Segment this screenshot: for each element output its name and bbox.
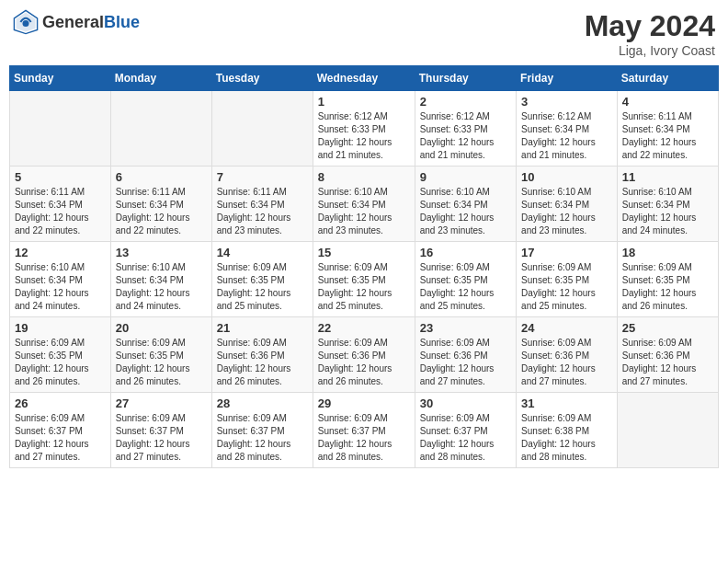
- table-row: 14Sunrise: 6:09 AM Sunset: 6:35 PM Dayli…: [211, 242, 313, 317]
- day-info: Sunrise: 6:09 AM Sunset: 6:37 PM Dayligh…: [15, 412, 106, 464]
- col-wednesday: Wednesday: [313, 66, 415, 91]
- table-row: 12Sunrise: 6:10 AM Sunset: 6:34 PM Dayli…: [10, 242, 111, 317]
- day-number: 19: [15, 321, 106, 335]
- table-row: 28Sunrise: 6:09 AM Sunset: 6:37 PM Dayli…: [211, 393, 313, 468]
- day-info: Sunrise: 6:11 AM Sunset: 6:34 PM Dayligh…: [15, 186, 106, 237]
- day-info: Sunrise: 6:10 AM Sunset: 6:34 PM Dayligh…: [318, 186, 410, 237]
- day-number: 29: [318, 396, 410, 410]
- day-number: 11: [622, 170, 713, 184]
- day-number: 5: [15, 170, 106, 184]
- table-row: 6Sunrise: 6:11 AM Sunset: 6:34 PM Daylig…: [110, 167, 211, 242]
- col-saturday: Saturday: [617, 66, 718, 91]
- day-info: Sunrise: 6:11 AM Sunset: 6:34 PM Dayligh…: [622, 110, 713, 162]
- day-info: Sunrise: 6:10 AM Sunset: 6:34 PM Dayligh…: [622, 186, 713, 237]
- table-row: 8Sunrise: 6:10 AM Sunset: 6:34 PM Daylig…: [313, 167, 415, 242]
- logo-icon: [13, 9, 39, 35]
- day-info: Sunrise: 6:09 AM Sunset: 6:36 PM Dayligh…: [318, 337, 410, 388]
- table-row: 22Sunrise: 6:09 AM Sunset: 6:36 PM Dayli…: [313, 317, 415, 393]
- day-info: Sunrise: 6:09 AM Sunset: 6:37 PM Dayligh…: [420, 412, 511, 464]
- calendar-week-row: 12Sunrise: 6:10 AM Sunset: 6:34 PM Dayli…: [10, 242, 719, 317]
- day-info: Sunrise: 6:09 AM Sunset: 6:35 PM Dayligh…: [622, 261, 713, 313]
- day-number: 31: [521, 396, 612, 410]
- day-number: 1: [318, 95, 410, 109]
- day-number: 25: [622, 321, 713, 335]
- day-info: Sunrise: 6:09 AM Sunset: 6:35 PM Dayligh…: [521, 261, 612, 313]
- logo-text-general: General: [42, 13, 104, 31]
- svg-point-2: [23, 20, 29, 27]
- table-row: 10Sunrise: 6:10 AM Sunset: 6:34 PM Dayli…: [517, 167, 618, 242]
- col-sunday: Sunday: [10, 66, 111, 91]
- col-friday: Friday: [517, 66, 618, 91]
- day-number: 8: [318, 170, 410, 184]
- month-title: May 2024: [585, 9, 715, 43]
- calendar-week-row: 1Sunrise: 6:12 AM Sunset: 6:33 PM Daylig…: [10, 91, 719, 167]
- day-number: 28: [217, 396, 308, 410]
- table-row: 17Sunrise: 6:09 AM Sunset: 6:35 PM Dayli…: [517, 242, 618, 317]
- day-info: Sunrise: 6:09 AM Sunset: 6:35 PM Dayligh…: [420, 261, 511, 313]
- day-info: Sunrise: 6:11 AM Sunset: 6:34 PM Dayligh…: [116, 186, 207, 237]
- day-number: 20: [116, 321, 207, 335]
- day-number: 22: [318, 321, 410, 335]
- day-number: 9: [420, 170, 511, 184]
- day-number: 14: [217, 246, 308, 259]
- table-row: 24Sunrise: 6:09 AM Sunset: 6:36 PM Dayli…: [517, 317, 618, 393]
- table-row: 27Sunrise: 6:09 AM Sunset: 6:37 PM Dayli…: [110, 393, 211, 468]
- table-row: 13Sunrise: 6:10 AM Sunset: 6:34 PM Dayli…: [110, 242, 211, 317]
- day-info: Sunrise: 6:12 AM Sunset: 6:33 PM Dayligh…: [420, 110, 511, 162]
- day-number: 16: [420, 246, 511, 259]
- day-number: 15: [318, 246, 410, 259]
- table-row: 15Sunrise: 6:09 AM Sunset: 6:35 PM Dayli…: [313, 242, 415, 317]
- table-row: 16Sunrise: 6:09 AM Sunset: 6:35 PM Dayli…: [415, 242, 516, 317]
- day-number: 6: [116, 170, 207, 184]
- day-info: Sunrise: 6:11 AM Sunset: 6:34 PM Dayligh…: [217, 186, 308, 237]
- location-title: Liga, Ivory Coast: [585, 43, 715, 58]
- day-number: 26: [15, 396, 106, 410]
- day-info: Sunrise: 6:09 AM Sunset: 6:37 PM Dayligh…: [217, 412, 308, 464]
- table-row: 3Sunrise: 6:12 AM Sunset: 6:34 PM Daylig…: [517, 91, 618, 167]
- day-info: Sunrise: 6:09 AM Sunset: 6:36 PM Dayligh…: [217, 337, 308, 388]
- table-row: 30Sunrise: 6:09 AM Sunset: 6:37 PM Dayli…: [415, 393, 516, 468]
- col-tuesday: Tuesday: [211, 66, 313, 91]
- day-info: Sunrise: 6:09 AM Sunset: 6:35 PM Dayligh…: [15, 337, 106, 388]
- day-info: Sunrise: 6:09 AM Sunset: 6:35 PM Dayligh…: [217, 261, 308, 313]
- day-info: Sunrise: 6:10 AM Sunset: 6:34 PM Dayligh…: [420, 186, 511, 237]
- table-row: 2Sunrise: 6:12 AM Sunset: 6:33 PM Daylig…: [415, 91, 516, 167]
- table-row: 7Sunrise: 6:11 AM Sunset: 6:34 PM Daylig…: [211, 167, 313, 242]
- day-number: 17: [521, 246, 612, 259]
- col-monday: Monday: [110, 66, 211, 91]
- page-header: GeneralBlue May 2024 Liga, Ivory Coast: [9, 9, 719, 58]
- table-row: 26Sunrise: 6:09 AM Sunset: 6:37 PM Dayli…: [10, 393, 111, 468]
- day-info: Sunrise: 6:09 AM Sunset: 6:37 PM Dayligh…: [318, 412, 410, 464]
- day-info: Sunrise: 6:09 AM Sunset: 6:36 PM Dayligh…: [420, 337, 511, 388]
- calendar-table: Sunday Monday Tuesday Wednesday Thursday…: [9, 65, 719, 468]
- table-row: 1Sunrise: 6:12 AM Sunset: 6:33 PM Daylig…: [313, 91, 415, 167]
- table-row: 9Sunrise: 6:10 AM Sunset: 6:34 PM Daylig…: [415, 167, 516, 242]
- table-row: 25Sunrise: 6:09 AM Sunset: 6:36 PM Dayli…: [617, 317, 718, 393]
- day-number: 30: [420, 396, 511, 410]
- calendar-header-row: Sunday Monday Tuesday Wednesday Thursday…: [10, 66, 719, 91]
- table-row: 21Sunrise: 6:09 AM Sunset: 6:36 PM Dayli…: [211, 317, 313, 393]
- table-row: [110, 91, 211, 167]
- day-number: 2: [420, 95, 511, 109]
- day-info: Sunrise: 6:10 AM Sunset: 6:34 PM Dayligh…: [116, 261, 207, 313]
- day-number: 27: [116, 396, 207, 410]
- day-number: 18: [622, 246, 713, 259]
- table-row: 4Sunrise: 6:11 AM Sunset: 6:34 PM Daylig…: [617, 91, 718, 167]
- col-thursday: Thursday: [415, 66, 516, 91]
- day-number: 23: [420, 321, 511, 335]
- logo: GeneralBlue: [13, 9, 140, 35]
- calendar-week-row: 5Sunrise: 6:11 AM Sunset: 6:34 PM Daylig…: [10, 167, 719, 242]
- day-info: Sunrise: 6:09 AM Sunset: 6:36 PM Dayligh…: [521, 337, 612, 388]
- day-number: 24: [521, 321, 612, 335]
- table-row: [211, 91, 313, 167]
- day-info: Sunrise: 6:12 AM Sunset: 6:33 PM Dayligh…: [318, 110, 410, 162]
- table-row: [10, 91, 111, 167]
- day-info: Sunrise: 6:09 AM Sunset: 6:35 PM Dayligh…: [116, 337, 207, 388]
- day-info: Sunrise: 6:09 AM Sunset: 6:38 PM Dayligh…: [521, 412, 612, 464]
- day-info: Sunrise: 6:12 AM Sunset: 6:34 PM Dayligh…: [521, 110, 612, 162]
- day-info: Sunrise: 6:09 AM Sunset: 6:36 PM Dayligh…: [622, 337, 713, 388]
- day-number: 21: [217, 321, 308, 335]
- table-row: 23Sunrise: 6:09 AM Sunset: 6:36 PM Dayli…: [415, 317, 516, 393]
- day-info: Sunrise: 6:09 AM Sunset: 6:35 PM Dayligh…: [318, 261, 410, 313]
- day-number: 3: [521, 95, 612, 109]
